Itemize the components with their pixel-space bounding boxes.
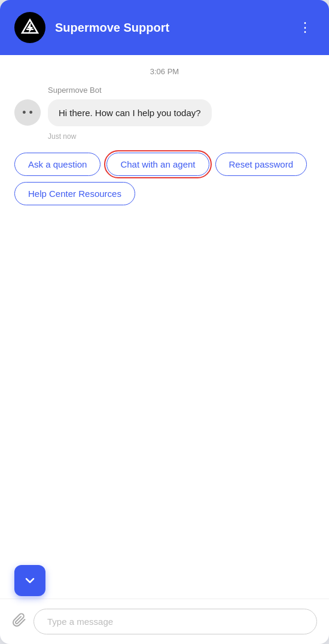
help-center-button[interactable]: Help Center Resources — [14, 182, 135, 205]
menu-icon[interactable]: ⋮ — [296, 18, 315, 37]
action-buttons: Ask a question Chat with an agent Reset … — [14, 153, 315, 205]
message-input[interactable] — [33, 609, 317, 634]
ask-question-button[interactable]: Ask a question — [14, 153, 100, 176]
scroll-down-button[interactable] — [14, 565, 45, 596]
bot-label: Supermove Bot — [48, 86, 315, 95]
attach-icon[interactable] — [12, 613, 26, 631]
logo — [14, 12, 45, 43]
header-title: Supermove Support — [55, 21, 286, 35]
message-time: Just now — [48, 132, 315, 141]
chat-header: Supermove Support ⋮ — [0, 0, 329, 55]
chevron-down-icon — [23, 573, 37, 588]
bot-avatar-dots: • • — [22, 107, 33, 119]
input-area — [0, 599, 329, 644]
reset-password-button[interactable]: Reset password — [215, 153, 307, 176]
bot-message-bubble: Hi there. How can I help you today? — [48, 99, 212, 126]
message-timestamp: 3:06 PM — [14, 67, 315, 76]
bot-message-row: • • Hi there. How can I help you today? — [14, 99, 315, 126]
chat-agent-button[interactable]: Chat with an agent — [106, 153, 209, 176]
bot-avatar: • • — [14, 99, 41, 126]
chat-window: Supermove Support ⋮ 3:06 PM Supermove Bo… — [0, 0, 329, 644]
chat-body: 3:06 PM Supermove Bot • • Hi there. How … — [0, 55, 329, 599]
